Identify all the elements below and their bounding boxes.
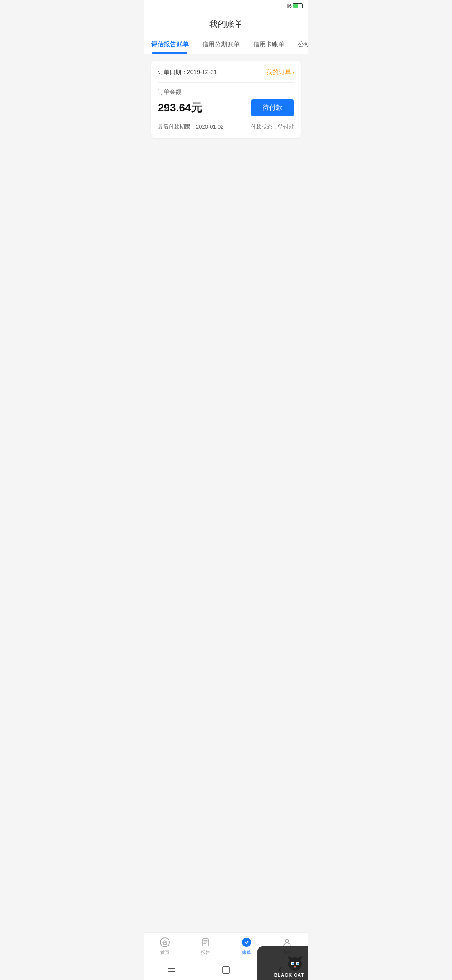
battery-fill <box>293 4 298 8</box>
battery-body <box>293 3 303 8</box>
page-title: 我的账单 <box>209 19 243 28</box>
order-amount-label: 订单金额 <box>158 88 294 96</box>
tab-provident-fund[interactable]: 公积金账单 <box>291 35 308 54</box>
main-content: 订单日期：2019-12-31 我的订单 › 订单金额 293.64元 待付款 … <box>144 54 308 145</box>
tab-credit-installment[interactable]: 信用分期账单 <box>195 35 247 54</box>
order-amount-row: 293.64元 待付款 <box>158 99 294 116</box>
battery-indicator: 66 <box>287 3 303 8</box>
order-date: 订单日期：2019-12-31 <box>158 69 217 76</box>
tab-credit-card[interactable]: 信用卡账单 <box>247 35 291 54</box>
chevron-right-icon: › <box>292 69 294 76</box>
my-order-link[interactable]: 我的订单 › <box>266 68 294 76</box>
pay-button[interactable]: 待付款 <box>251 99 294 116</box>
order-card: 订单日期：2019-12-31 我的订单 › 订单金额 293.64元 待付款 … <box>151 61 301 138</box>
tab-bar: 评估报告账单 信用分期账单 信用卡账单 公积金账单 <box>144 35 308 54</box>
deadline-info: 最后付款期限：2020-01-02 <box>158 123 224 131</box>
order-card-body: 订单金额 293.64元 待付款 最后付款期限：2020-01-02 付款状态：… <box>158 83 294 131</box>
battery-level: 66 <box>287 3 292 8</box>
payment-status: 付款状态：待付款 <box>251 123 294 131</box>
order-card-header: 订单日期：2019-12-31 我的订单 › <box>158 68 294 83</box>
page-header: 我的账单 <box>144 12 308 35</box>
order-amount-value: 293.64元 <box>158 101 202 115</box>
order-footer: 最后付款期限：2020-01-02 付款状态：待付款 <box>158 123 294 131</box>
status-bar: 66 <box>144 0 308 12</box>
tab-evaluation-report[interactable]: 评估报告账单 <box>144 35 195 54</box>
